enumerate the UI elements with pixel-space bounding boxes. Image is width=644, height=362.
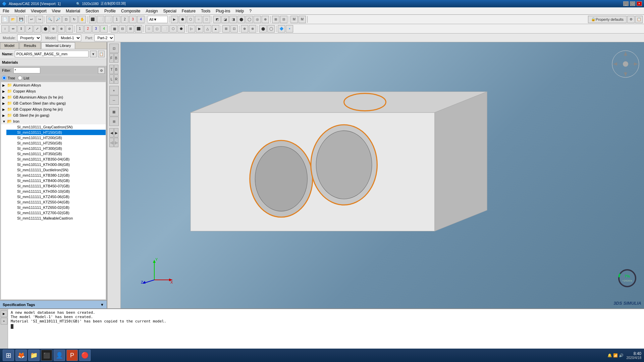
tb-render6[interactable]: ◎ [254, 16, 261, 23]
taskbar-ppt[interactable]: P [66, 350, 78, 361]
tb2-13[interactable]: 4 [100, 25, 108, 33]
tb-icon4[interactable]: 1 [113, 16, 120, 23]
tb2-21[interactable]: ⬡ [169, 25, 177, 33]
vbtn-grid1[interactable]: ▦ [109, 107, 119, 116]
rotate-button[interactable]: ↻ [70, 16, 78, 23]
item-ktz550[interactable]: SI_mm111111_KTZ550-04(GB) [6, 199, 106, 205]
filter-dropdown[interactable]: All ▼ [148, 16, 168, 23]
menu-viewport[interactable]: Viewport [28, 8, 49, 14]
tb-icon6[interactable]: 3 [129, 16, 137, 23]
tree-radio[interactable] [2, 76, 6, 80]
tb-sel1[interactable]: ▶ [171, 16, 178, 23]
tb2-30[interactable]: ⊗ [249, 25, 256, 33]
vbtn-front[interactable]: F [109, 53, 114, 63]
item-ht300[interactable]: SI_mm110111_HT300(GB) [6, 146, 106, 151]
tb2-12[interactable]: 3 [92, 25, 100, 33]
group-gb-copper-header[interactable]: ▶ 📁 GB Copper Alloys (tong he jin) [1, 106, 106, 112]
vbtn-draw4[interactable]: ▷ [114, 138, 118, 147]
tb2-16[interactable]: ⊞ [127, 25, 134, 33]
item-ktb450[interactable]: SI_mm111111_KTB450-07(GB) [6, 183, 106, 189]
property-defaults-btn[interactable]: 🔒 Property defaults [588, 16, 627, 23]
menu-feature[interactable]: Feature [179, 8, 198, 14]
tb2-8[interactable]: ⊗ [58, 25, 65, 33]
close-button[interactable]: ✕ [637, 1, 642, 6]
tb-extra1[interactable]: ⚙ [627, 16, 635, 23]
group-gb-aluminium-header[interactable]: ▶ 📁 GB Aluminium Alloys (lv he jin) [1, 94, 106, 100]
menu-composite[interactable]: Composite [118, 8, 143, 14]
tb2-14[interactable]: ▦ [111, 25, 118, 33]
menu-plugins[interactable]: Plug-ins [213, 8, 233, 14]
tb2-29[interactable]: ⊕ [241, 25, 248, 33]
tab-model[interactable]: Model [0, 42, 19, 49]
tb2-24[interactable]: ▶ [196, 25, 203, 33]
menu-view[interactable]: View [49, 8, 63, 14]
zoom-out-button[interactable]: 🔎 [54, 16, 62, 23]
new-button[interactable]: 📄 [1, 16, 9, 23]
vbtn-iso[interactable]: ⊡ [109, 44, 119, 53]
tb2-22[interactable]: ⬟ [177, 25, 185, 33]
taskbar-rec[interactable]: 🔴 [79, 350, 91, 361]
vbtn-back[interactable]: B [114, 53, 118, 63]
group-gb-carbon-header[interactable]: ▶ 📁 GB Carbon Steel (tan shu gang) [1, 100, 106, 106]
menu-question[interactable]: ? [247, 8, 254, 14]
item-ht200[interactable]: SI_mm110111_HT200(GB) [6, 135, 106, 140]
taskbar-explorer[interactable]: 📁 [28, 350, 40, 361]
menu-assign[interactable]: Assign [143, 8, 160, 14]
zoom-in-button[interactable]: 🔍 [46, 16, 54, 23]
tb2-7[interactable]: ⊕ [50, 25, 57, 33]
item-ktb350[interactable]: SI_mm110111_KTB350-04(GB) [6, 157, 106, 162]
tb2-23[interactable]: ▷ [188, 25, 195, 33]
tb2-3[interactable]: ⇕ [17, 25, 25, 33]
start-button[interactable]: ⊞ [3, 350, 14, 361]
filter-action-btn[interactable]: ⚙ [98, 67, 105, 74]
console-icon1[interactable]: ▶ [1, 310, 7, 317]
menu-special[interactable]: Special [160, 8, 179, 14]
tb2-10[interactable]: 1 [76, 25, 84, 33]
tb2-6[interactable]: ⬤ [42, 25, 49, 33]
undo-button[interactable]: ↩ [28, 16, 35, 23]
open-button[interactable]: 📂 [9, 16, 17, 23]
tb-view1[interactable]: ⊞ [272, 16, 279, 23]
tb-render7[interactable]: ⊕ [262, 16, 269, 23]
tb-sel3[interactable]: ⬡ [187, 16, 194, 23]
tb-render5[interactable]: ◯ [246, 16, 253, 23]
taskbar-terminal[interactable]: ⬛ [41, 350, 52, 361]
item-malleable[interactable]: SI_mm111111_MalleableCastIron [6, 216, 106, 221]
item-ht250[interactable]: SI_mm110111_HT250(GB) [6, 140, 106, 146]
item-graycastiron[interactable]: SI_mm110111_GrayCastIron(SN) [6, 124, 106, 130]
menu-help[interactable]: Help [233, 8, 247, 14]
name-action-btn[interactable]: 📋 [98, 51, 105, 57]
tab-material-library[interactable]: Material Library [41, 42, 75, 49]
vbtn-left[interactable]: L [109, 74, 114, 84]
tb-render1[interactable]: ◩ [213, 16, 221, 23]
menu-material[interactable]: Material [63, 8, 83, 14]
tb-sel4[interactable]: ○ [195, 16, 202, 23]
tb-render3[interactable]: ◨ [229, 16, 237, 23]
vbtn-plus[interactable]: + [109, 86, 119, 95]
tb-render2[interactable]: ◪ [221, 16, 229, 23]
item-kth300[interactable]: SI_mm110111_KTH300-06(GB) [6, 162, 106, 167]
taskbar-firefox[interactable]: 🦊 [15, 350, 27, 361]
tb2-5[interactable]: ⤢ [34, 25, 41, 33]
tb-sel5[interactable]: □ [203, 16, 210, 23]
module-select[interactable]: Property [17, 35, 41, 41]
tb2-32[interactable]: ◯ [267, 25, 275, 33]
item-ductile[interactable]: SI_mm111111_DuctileIron(SN) [6, 167, 106, 173]
taskbar-user[interactable]: 👤 [54, 350, 65, 361]
item-ht350[interactable]: SI_mm110111_HT350(GB) [6, 151, 106, 157]
group-iron-header[interactable]: ▼ 📂 Iron [1, 118, 106, 124]
tb2-28[interactable]: ⊡ [230, 25, 238, 33]
tb2-31[interactable]: ⬤ [259, 25, 267, 33]
filter-input[interactable] [13, 67, 40, 73]
tab-results[interactable]: Results [19, 42, 41, 49]
item-ht150[interactable]: SI_mm110111_HT150(GB) [6, 130, 106, 135]
group-copper-header[interactable]: ▶ 📁 Copper Alloys [1, 88, 106, 94]
menu-file[interactable]: File [0, 8, 12, 14]
pan-button[interactable]: ✋ [78, 16, 86, 23]
redo-button[interactable]: ↪ [36, 16, 43, 23]
tb-icon5[interactable]: 2 [121, 16, 128, 23]
tb2-2[interactable]: ⇔ [9, 25, 17, 33]
name-expand-btn[interactable]: ▼ [90, 51, 97, 57]
item-ktz450[interactable]: SI_mm111111_KTZ450-06(GB) [6, 194, 106, 199]
item-kth350[interactable]: SI_mm111111_KTH350-10(GB) [6, 189, 106, 194]
